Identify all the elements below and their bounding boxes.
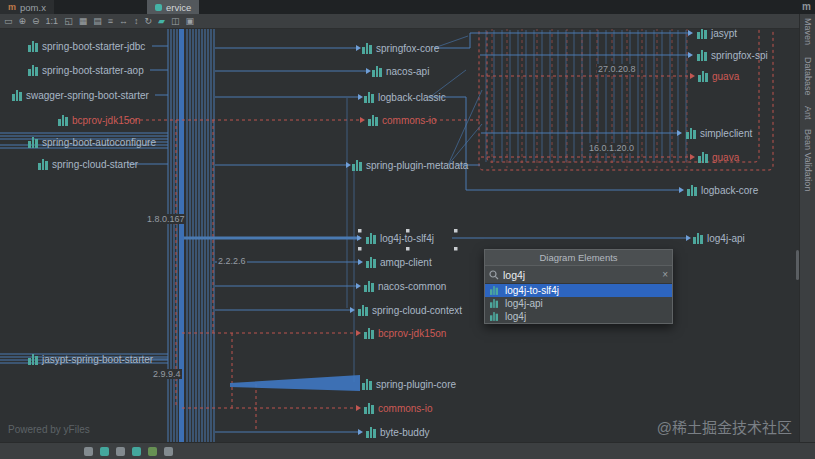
- node-label: spring-boot-starter-aop: [42, 65, 144, 76]
- node-label: logback-core: [701, 185, 758, 196]
- node-swagger-spring-boot-starter[interactable]: swagger-spring-boot-starter: [12, 88, 149, 102]
- snap-to-grid-icon[interactable]: ▤: [93, 15, 102, 28]
- watermark: @稀土掘金技术社区: [657, 416, 792, 437]
- node-nacos-api[interactable]: nacos-api: [372, 64, 429, 78]
- node-commons-io[interactable]: commons-io: [364, 401, 432, 415]
- node-logback-core[interactable]: logback-core: [687, 183, 758, 197]
- edge-version-label: 1.8.0.167: [146, 214, 186, 224]
- library-icon: [698, 71, 709, 82]
- node-spring-plugin-metadata[interactable]: spring-plugin-metadata: [352, 158, 468, 172]
- library-icon: [28, 354, 39, 365]
- status-bar-icons: [0, 447, 173, 456]
- right-tool-window-bar: MavenDatabaseAntBean Validation: [799, 14, 815, 443]
- node-jasypt-spring-boot-starter[interactable]: jasypt-spring-boot-starter: [28, 352, 153, 366]
- node-label: spring-boot-autoconfigure: [42, 137, 156, 148]
- diagram-elements-popup: Diagram Elements × log4j-to-slf4jlog4j-a…: [484, 249, 673, 324]
- library-icon: [362, 379, 373, 390]
- expand-vertical-icon[interactable]: ↕: [134, 15, 139, 28]
- actual-size-icon[interactable]: 1:1: [46, 15, 59, 28]
- status-icon-5[interactable]: [148, 447, 157, 456]
- library-icon: [697, 28, 708, 39]
- node-label: simpleclient: [700, 128, 752, 139]
- search-icon: [489, 270, 499, 280]
- node-commons-io[interactable]: commons-io: [368, 113, 436, 127]
- node-log4j-to-slf4j[interactable]: log4j-to-slf4j: [366, 231, 434, 245]
- search-input[interactable]: [503, 269, 658, 281]
- status-icon-2[interactable]: [100, 447, 109, 456]
- diagram-file-icon: [155, 4, 162, 11]
- library-icon: [490, 312, 499, 321]
- status-icon-1[interactable]: [84, 447, 93, 456]
- node-spring-boot-autoconfigure[interactable]: spring-boot-autoconfigure: [28, 135, 156, 149]
- node-bcprov-jdk15on[interactable]: bcprov-jdk15on: [58, 113, 140, 127]
- popup-search-row: ×: [485, 266, 672, 284]
- library-icon: [364, 328, 375, 339]
- node-guava[interactable]: guava: [698, 150, 739, 164]
- node-spring-boot-starter-jdbc[interactable]: spring-boot-starter-jdbc: [28, 39, 145, 53]
- popup-item-log4j-to-slf4j[interactable]: log4j-to-slf4j: [485, 284, 672, 297]
- node-label: springfox-core: [376, 43, 439, 54]
- popup-item-log4j[interactable]: log4j: [485, 310, 672, 323]
- node-byte-buddy[interactable]: byte-buddy: [366, 425, 429, 439]
- edge-version-label: 16.0.1.20.0: [588, 143, 635, 153]
- selection-tool-icon[interactable]: ▭: [4, 15, 13, 28]
- node-label: bcprov-jdk15on: [378, 328, 446, 339]
- library-icon: [490, 299, 499, 308]
- popup-title[interactable]: Diagram Elements: [485, 250, 672, 266]
- node-amqp-client[interactable]: amqp-client: [366, 255, 432, 269]
- library-icon: [693, 233, 704, 244]
- tab-label: ervice: [166, 2, 191, 13]
- toolwindow-tab-bean-validation[interactable]: Bean Validation: [803, 129, 813, 191]
- node-spring-cloud-starter[interactable]: spring-cloud-starter: [38, 157, 138, 171]
- node-label: commons-io: [382, 115, 436, 126]
- node-label: jasypt: [711, 28, 737, 39]
- library-icon: [28, 65, 39, 76]
- toolwindow-tab-maven[interactable]: Maven: [803, 18, 813, 45]
- library-icon: [368, 115, 379, 126]
- node-logback-classic[interactable]: logback-classic: [364, 90, 446, 104]
- node-simpleclient[interactable]: simpleclient: [686, 126, 752, 140]
- node-spring-cloud-context[interactable]: spring-cloud-context: [358, 303, 462, 317]
- node-spring-plugin-core[interactable]: spring-plugin-core: [362, 377, 456, 391]
- node-label: log4j-api: [707, 233, 745, 244]
- status-icon-4[interactable]: [132, 447, 141, 456]
- node-label: swagger-spring-boot-starter: [26, 90, 149, 101]
- clear-search-icon[interactable]: ×: [662, 269, 668, 280]
- toolwindow-tab-ant[interactable]: Ant: [803, 106, 813, 120]
- grid-icon[interactable]: ▦: [79, 15, 88, 28]
- zoom-out-icon[interactable]: ⊖: [32, 15, 40, 28]
- node-log4j-api[interactable]: log4j-api: [693, 231, 745, 245]
- status-icon-3[interactable]: [116, 447, 125, 456]
- popup-item-log4j-api[interactable]: log4j-api: [485, 297, 672, 310]
- maven-logo-icon: m: [802, 1, 811, 12]
- node-spring-boot-starter-aop[interactable]: spring-boot-starter-aop: [28, 63, 144, 77]
- fit-content-icon[interactable]: ◱: [64, 15, 73, 28]
- apply-layout-icon[interactable]: ≡: [108, 15, 113, 28]
- node-label: commons-io: [378, 403, 432, 414]
- library-icon: [38, 159, 49, 170]
- node-label: log4j-to-slf4j: [380, 233, 434, 244]
- status-icon-6[interactable]: [164, 447, 173, 456]
- edge-version-label: 2.9.9.4: [152, 369, 182, 379]
- node-springfox-core[interactable]: springfox-core: [362, 41, 439, 55]
- diagram-canvas[interactable]: Diagram Elements × log4j-to-slf4jlog4j-a…: [0, 28, 800, 443]
- node-nacos-common[interactable]: nacos-common: [364, 279, 446, 293]
- node-bcprov-jdk15on[interactable]: bcprov-jdk15on: [364, 326, 446, 340]
- run-layout-icon[interactable]: ▰: [158, 15, 165, 28]
- zoom-in-icon[interactable]: ⊕: [19, 15, 27, 28]
- tab-pom[interactable]: m pom.x: [0, 0, 54, 14]
- node-label: bcprov-jdk15on: [72, 115, 140, 126]
- node-springfox-spi[interactable]: springfox-spi: [697, 48, 768, 62]
- export-image-icon[interactable]: ◫: [171, 15, 180, 28]
- toolwindow-tab-database[interactable]: Database: [803, 57, 813, 96]
- expand-horizontal-icon[interactable]: ↔: [119, 15, 128, 28]
- refresh-diagram-icon[interactable]: ↻: [144, 15, 152, 28]
- node-guava[interactable]: guava: [698, 69, 739, 83]
- popup-item-label: log4j-api: [505, 298, 543, 309]
- print-icon[interactable]: ▣: [185, 15, 194, 28]
- node-jasypt[interactable]: jasypt: [697, 28, 737, 40]
- node-label: spring-plugin-metadata: [366, 160, 468, 171]
- ide-window: m pom.x ervice m ▭⊕⊖1:1◱▦▤≡↔↕↻▰◫▣ Diagra…: [0, 0, 815, 459]
- library-icon: [28, 41, 39, 52]
- tab-service-diagram[interactable]: ervice: [147, 0, 199, 14]
